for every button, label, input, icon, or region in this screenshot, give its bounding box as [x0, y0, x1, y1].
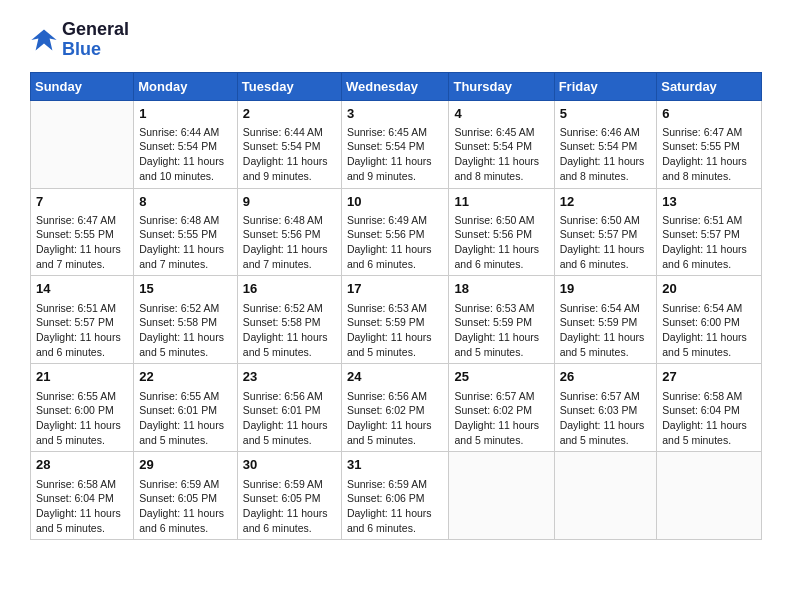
day-number: 4: [454, 105, 548, 123]
day-number: 22: [139, 368, 232, 386]
daylight-label: Daylight: 11 hours and 9 minutes.: [243, 155, 328, 182]
sunrise-label: Sunrise: 6:55 AM: [139, 390, 219, 402]
day-number: 28: [36, 456, 128, 474]
day-number: 13: [662, 193, 756, 211]
sunrise-label: Sunrise: 6:56 AM: [347, 390, 427, 402]
sunset-label: Sunset: 6:00 PM: [36, 404, 114, 416]
calendar-cell: 1 Sunrise: 6:44 AM Sunset: 5:54 PM Dayli…: [134, 100, 238, 188]
calendar-cell: 12 Sunrise: 6:50 AM Sunset: 5:57 PM Dayl…: [554, 188, 657, 276]
calendar-cell: [31, 100, 134, 188]
week-row-5: 28 Sunrise: 6:58 AM Sunset: 6:04 PM Dayl…: [31, 452, 762, 540]
day-number: 12: [560, 193, 652, 211]
day-number: 26: [560, 368, 652, 386]
sunrise-label: Sunrise: 6:57 AM: [560, 390, 640, 402]
calendar-cell: 4 Sunrise: 6:45 AM Sunset: 5:54 PM Dayli…: [449, 100, 554, 188]
calendar-cell: [449, 452, 554, 540]
calendar-cell: 3 Sunrise: 6:45 AM Sunset: 5:54 PM Dayli…: [341, 100, 449, 188]
day-number: 1: [139, 105, 232, 123]
sunrise-label: Sunrise: 6:47 AM: [662, 126, 742, 138]
daylight-label: Daylight: 11 hours and 5 minutes.: [139, 331, 224, 358]
daylight-label: Daylight: 11 hours and 7 minutes.: [36, 243, 121, 270]
daylight-label: Daylight: 11 hours and 5 minutes.: [454, 419, 539, 446]
day-number: 6: [662, 105, 756, 123]
daylight-label: Daylight: 11 hours and 5 minutes.: [36, 507, 121, 534]
sunset-label: Sunset: 6:01 PM: [243, 404, 321, 416]
sunset-label: Sunset: 6:05 PM: [243, 492, 321, 504]
calendar-cell: 28 Sunrise: 6:58 AM Sunset: 6:04 PM Dayl…: [31, 452, 134, 540]
daylight-label: Daylight: 11 hours and 5 minutes.: [347, 331, 432, 358]
sunrise-label: Sunrise: 6:52 AM: [139, 302, 219, 314]
logo: General Blue: [30, 20, 129, 60]
day-number: 7: [36, 193, 128, 211]
day-number: 24: [347, 368, 444, 386]
day-number: 15: [139, 280, 232, 298]
sunset-label: Sunset: 6:00 PM: [662, 316, 740, 328]
sunset-label: Sunset: 5:54 PM: [139, 140, 217, 152]
daylight-label: Daylight: 11 hours and 7 minutes.: [243, 243, 328, 270]
daylight-label: Daylight: 11 hours and 8 minutes.: [560, 155, 645, 182]
week-row-2: 7 Sunrise: 6:47 AM Sunset: 5:55 PM Dayli…: [31, 188, 762, 276]
calendar-cell: [554, 452, 657, 540]
logo-bird-icon: [30, 26, 58, 54]
day-number: 30: [243, 456, 336, 474]
sunset-label: Sunset: 5:56 PM: [243, 228, 321, 240]
day-number: 5: [560, 105, 652, 123]
sunrise-label: Sunrise: 6:49 AM: [347, 214, 427, 226]
sunrise-label: Sunrise: 6:59 AM: [347, 478, 427, 490]
day-number: 27: [662, 368, 756, 386]
sunset-label: Sunset: 5:56 PM: [454, 228, 532, 240]
calendar-cell: 26 Sunrise: 6:57 AM Sunset: 6:03 PM Dayl…: [554, 364, 657, 452]
sunset-label: Sunset: 5:58 PM: [243, 316, 321, 328]
sunset-label: Sunset: 6:04 PM: [36, 492, 114, 504]
sunset-label: Sunset: 5:54 PM: [243, 140, 321, 152]
sunset-label: Sunset: 5:57 PM: [36, 316, 114, 328]
week-row-1: 1 Sunrise: 6:44 AM Sunset: 5:54 PM Dayli…: [31, 100, 762, 188]
calendar-cell: 17 Sunrise: 6:53 AM Sunset: 5:59 PM Dayl…: [341, 276, 449, 364]
daylight-label: Daylight: 11 hours and 6 minutes.: [243, 507, 328, 534]
daylight-label: Daylight: 11 hours and 5 minutes.: [36, 419, 121, 446]
sunset-label: Sunset: 6:02 PM: [347, 404, 425, 416]
daylight-label: Daylight: 11 hours and 5 minutes.: [662, 419, 747, 446]
sunset-label: Sunset: 5:56 PM: [347, 228, 425, 240]
daylight-label: Daylight: 11 hours and 8 minutes.: [662, 155, 747, 182]
sunrise-label: Sunrise: 6:54 AM: [560, 302, 640, 314]
day-number: 16: [243, 280, 336, 298]
weekday-header-monday: Monday: [134, 72, 238, 100]
sunrise-label: Sunrise: 6:45 AM: [347, 126, 427, 138]
calendar-cell: 14 Sunrise: 6:51 AM Sunset: 5:57 PM Dayl…: [31, 276, 134, 364]
sunrise-label: Sunrise: 6:53 AM: [347, 302, 427, 314]
daylight-label: Daylight: 11 hours and 5 minutes.: [560, 419, 645, 446]
day-number: 11: [454, 193, 548, 211]
daylight-label: Daylight: 11 hours and 6 minutes.: [347, 243, 432, 270]
day-number: 23: [243, 368, 336, 386]
daylight-label: Daylight: 11 hours and 6 minutes.: [454, 243, 539, 270]
daylight-label: Daylight: 11 hours and 6 minutes.: [36, 331, 121, 358]
sunset-label: Sunset: 5:59 PM: [454, 316, 532, 328]
day-number: 2: [243, 105, 336, 123]
sunset-label: Sunset: 5:54 PM: [347, 140, 425, 152]
day-number: 29: [139, 456, 232, 474]
sunrise-label: Sunrise: 6:45 AM: [454, 126, 534, 138]
calendar-cell: 30 Sunrise: 6:59 AM Sunset: 6:05 PM Dayl…: [237, 452, 341, 540]
calendar-cell: 2 Sunrise: 6:44 AM Sunset: 5:54 PM Dayli…: [237, 100, 341, 188]
sunset-label: Sunset: 6:02 PM: [454, 404, 532, 416]
sunrise-label: Sunrise: 6:54 AM: [662, 302, 742, 314]
day-number: 20: [662, 280, 756, 298]
sunrise-label: Sunrise: 6:51 AM: [36, 302, 116, 314]
sunset-label: Sunset: 5:59 PM: [560, 316, 638, 328]
calendar-cell: 22 Sunrise: 6:55 AM Sunset: 6:01 PM Dayl…: [134, 364, 238, 452]
daylight-label: Daylight: 11 hours and 5 minutes.: [662, 331, 747, 358]
calendar-cell: 7 Sunrise: 6:47 AM Sunset: 5:55 PM Dayli…: [31, 188, 134, 276]
calendar-cell: 9 Sunrise: 6:48 AM Sunset: 5:56 PM Dayli…: [237, 188, 341, 276]
day-number: 18: [454, 280, 548, 298]
weekday-header-tuesday: Tuesday: [237, 72, 341, 100]
day-number: 8: [139, 193, 232, 211]
daylight-label: Daylight: 11 hours and 6 minutes.: [560, 243, 645, 270]
sunset-label: Sunset: 5:54 PM: [454, 140, 532, 152]
calendar-cell: 11 Sunrise: 6:50 AM Sunset: 5:56 PM Dayl…: [449, 188, 554, 276]
day-number: 9: [243, 193, 336, 211]
weekday-header-friday: Friday: [554, 72, 657, 100]
daylight-label: Daylight: 11 hours and 5 minutes.: [454, 331, 539, 358]
day-number: 25: [454, 368, 548, 386]
sunrise-label: Sunrise: 6:59 AM: [139, 478, 219, 490]
